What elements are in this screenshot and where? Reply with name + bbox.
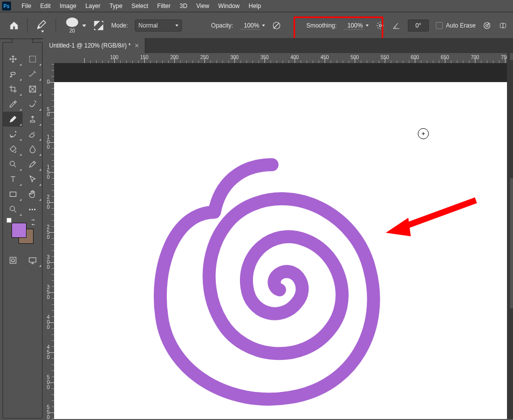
collapsed-panels-edge[interactable] xyxy=(507,53,513,419)
ruler-horizontal[interactable]: 1001502002503003504004505005506006507007… xyxy=(54,53,507,64)
ruler-tick-label: 300 xyxy=(44,255,50,270)
frame-tool[interactable] xyxy=(23,82,42,97)
menu-image[interactable]: Image xyxy=(55,0,81,12)
ruler-tick-label: 150 xyxy=(140,55,149,60)
close-icon[interactable]: × xyxy=(135,42,139,49)
mode-label: Mode: xyxy=(111,22,128,29)
symmetry-icon[interactable] xyxy=(498,21,507,30)
ruler-tick-label: 200 xyxy=(170,55,179,60)
dodge-tool[interactable] xyxy=(3,157,23,172)
clone-stamp-tool[interactable] xyxy=(23,112,42,127)
menu-filter[interactable]: Filter xyxy=(153,0,175,12)
crop-tool[interactable] xyxy=(3,82,23,97)
blur-tool[interactable] xyxy=(23,142,42,157)
blend-mode-select[interactable]: Normal xyxy=(135,20,182,32)
svg-point-2 xyxy=(379,25,382,27)
menu-edit[interactable]: Edit xyxy=(36,0,55,12)
ruler-tick-label: 500 xyxy=(351,55,359,60)
auto-erase-checkbox[interactable]: Auto Erase xyxy=(436,22,475,29)
lasso-tool[interactable] xyxy=(3,67,23,82)
pencil-tool[interactable] xyxy=(3,112,23,127)
svg-rect-8 xyxy=(10,192,16,197)
svg-rect-12 xyxy=(29,258,36,262)
menu-view[interactable]: View xyxy=(192,0,214,12)
history-brush-tool[interactable] xyxy=(3,127,23,142)
ruler-tick-label: 300 xyxy=(230,55,239,60)
work-area: 1001502002503003504004505005506006507007… xyxy=(43,53,513,419)
rect-marquee-tool[interactable] xyxy=(23,52,42,67)
chevron-down-icon xyxy=(262,25,265,27)
ruler-tick-label: 350 xyxy=(44,285,50,300)
pressure-opacity-icon[interactable] xyxy=(272,21,281,30)
color-swatches[interactable] xyxy=(7,218,39,248)
brush-size-label: 20 xyxy=(69,28,75,34)
svg-point-9 xyxy=(10,206,15,211)
document-tab-title: Untitled-1 @ 120% (RGB/8#) * xyxy=(49,42,131,49)
menu-type[interactable]: Type xyxy=(105,0,127,12)
foreground-color-swatch[interactable] xyxy=(12,223,27,238)
path-select-tool[interactable] xyxy=(23,172,42,187)
smoothing-input[interactable]: 100% xyxy=(344,20,369,31)
quick-mask-tool[interactable] xyxy=(3,253,23,268)
menu-bar: Ps File Edit Image Layer Type Select Fil… xyxy=(0,0,513,12)
ruler-tick-label: 100 xyxy=(44,135,50,150)
default-colors-icon[interactable] xyxy=(7,218,12,223)
menu-window[interactable]: Window xyxy=(214,0,244,12)
angle-input[interactable]: 0° xyxy=(408,20,429,32)
menu-help[interactable]: Help xyxy=(244,0,266,12)
ruler-tick-label: 350 xyxy=(261,55,269,60)
ruler-tick-label: 250 xyxy=(44,225,50,240)
rectangle-tool[interactable] xyxy=(3,187,23,202)
separator xyxy=(56,18,56,33)
ruler-tick-label: 600 xyxy=(411,55,419,60)
zoom-tool[interactable] xyxy=(3,202,23,217)
menu-file[interactable]: File xyxy=(17,0,36,12)
canvas-viewport[interactable] xyxy=(54,63,507,419)
target-icon[interactable] xyxy=(482,21,491,30)
ruler-tick-label: 700 xyxy=(471,55,479,60)
menu-select[interactable]: Select xyxy=(127,0,152,12)
ruler-tick-label: 400 xyxy=(291,55,299,60)
swap-colors-icon[interactable] xyxy=(30,219,37,226)
home-icon[interactable] xyxy=(9,21,19,31)
edit-toolbar[interactable] xyxy=(23,202,42,217)
app-logo[interactable]: Ps xyxy=(2,2,11,11)
ruler-tick-label: 550 xyxy=(44,405,50,420)
canvas[interactable] xyxy=(54,82,507,419)
gear-icon[interactable] xyxy=(376,21,385,30)
opacity-input[interactable]: 100% xyxy=(240,20,265,31)
healing-brush-tool[interactable] xyxy=(23,97,42,112)
blend-mode-value: Normal xyxy=(138,22,158,29)
menu-3d[interactable]: 3D xyxy=(175,0,191,12)
panel-grip[interactable] xyxy=(12,39,33,43)
menu-layer[interactable]: Layer xyxy=(81,0,105,12)
tools-panel xyxy=(3,42,43,418)
brush-cursor xyxy=(418,128,429,139)
ruler-tick-label: 100 xyxy=(110,55,119,60)
eraser-tool[interactable] xyxy=(23,127,42,142)
document-tab[interactable]: Untitled-1 @ 120% (RGB/8#) * × xyxy=(43,38,145,53)
auto-erase-label: Auto Erase xyxy=(446,22,475,29)
document-tab-strip: Untitled-1 @ 120% (RGB/8#) * × xyxy=(43,38,513,53)
opacity-label: Opacity: xyxy=(211,22,233,29)
ruler-tick-label: 0 xyxy=(44,80,50,85)
move-tool[interactable] xyxy=(3,52,23,67)
magic-wand-tool[interactable] xyxy=(23,67,42,82)
brush-panel-icon[interactable] xyxy=(93,20,104,31)
separator xyxy=(27,18,28,33)
more-icon xyxy=(29,209,36,210)
hand-tool[interactable] xyxy=(23,187,42,202)
angle-icon[interactable] xyxy=(392,21,401,30)
ruler-vertical[interactable]: 050100150200250300350400450500550 xyxy=(43,63,55,419)
current-tool-icon[interactable] xyxy=(36,19,48,33)
brush-preset[interactable]: 20 xyxy=(64,18,86,34)
eyedropper-tool[interactable] xyxy=(3,97,23,112)
pen-tool[interactable] xyxy=(23,157,42,172)
smoothing-label: Smoothing: xyxy=(306,22,337,29)
ruler-origin[interactable] xyxy=(43,53,55,64)
ruler-tick-label: 250 xyxy=(200,55,209,60)
screen-mode-tool[interactable] xyxy=(23,253,42,268)
paint-bucket-tool[interactable] xyxy=(3,142,23,157)
text-tool[interactable] xyxy=(3,172,23,187)
options-bar: 20 Mode: Normal Opacity: 100% Smoothing:… xyxy=(0,12,513,39)
